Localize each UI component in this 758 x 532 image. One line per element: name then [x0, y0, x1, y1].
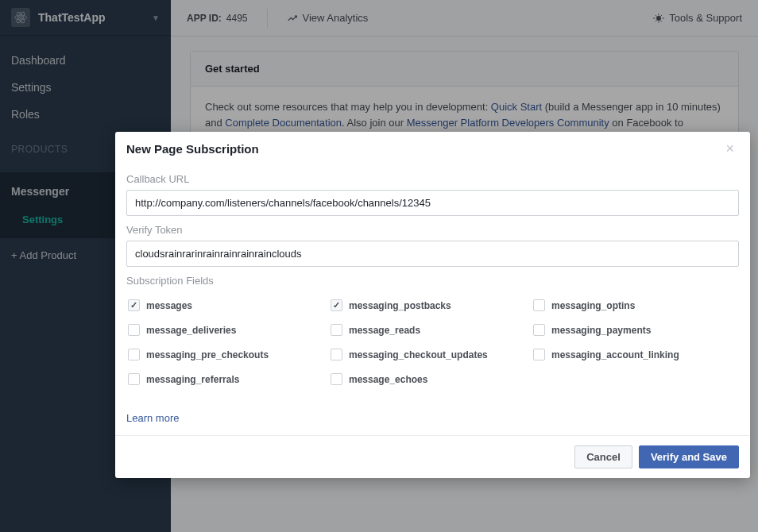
checkbox-label: messaging_referrals — [146, 374, 239, 385]
checkbox-label: messaging_account_linking — [551, 349, 679, 360]
checkbox-label: message_deliveries — [146, 325, 236, 336]
verify-token-label: Verify Token — [126, 224, 739, 236]
cancel-button[interactable]: Cancel — [574, 445, 632, 468]
checkbox-messaging_postbacks[interactable] — [331, 299, 342, 311]
modal-title: New Page Subscription — [126, 142, 721, 156]
subscription-fields-label: Subscription Fields — [126, 275, 739, 287]
checkbox-messaging_checkout_updates[interactable] — [331, 349, 342, 360]
checkbox-messages[interactable] — [128, 299, 140, 311]
callback-url-input[interactable] — [126, 190, 739, 216]
checkbox-item-message_deliveries: message_deliveries — [128, 324, 321, 336]
checkbox-label: messaging_postbacks — [349, 300, 451, 311]
checkbox-item-messaging_checkout_updates: messaging_checkout_updates — [331, 349, 524, 360]
checkbox-label: messaging_optins — [551, 300, 635, 311]
checkbox-item-messages: messages — [128, 299, 321, 311]
close-icon[interactable]: × — [721, 141, 739, 156]
subscription-modal: New Page Subscription × Callback URL Ver… — [115, 132, 750, 478]
checkbox-messaging_account_linking[interactable] — [533, 349, 545, 360]
checkbox-item-message_reads: message_reads — [331, 324, 524, 336]
learn-more-link[interactable]: Learn more — [126, 412, 179, 424]
verify-save-button[interactable]: Verify and Save — [639, 445, 739, 468]
checkbox-label: messaging_checkout_updates — [349, 349, 488, 360]
checkbox-label: messaging_payments — [551, 325, 651, 336]
checkbox-item-messaging_payments: messaging_payments — [533, 324, 726, 336]
checkbox-label: messages — [146, 300, 192, 311]
checkbox-messaging_referrals[interactable] — [128, 373, 140, 385]
checkbox-message_reads[interactable] — [331, 324, 342, 336]
checkbox-item-messaging_pre_checkouts: messaging_pre_checkouts — [128, 349, 321, 360]
checkbox-messaging_pre_checkouts[interactable] — [128, 349, 140, 360]
checkbox-item-messaging_referrals: messaging_referrals — [128, 373, 321, 385]
checkbox-label: message_echoes — [349, 374, 427, 385]
callback-url-label: Callback URL — [126, 173, 739, 185]
checkbox-item-messaging_postbacks: messaging_postbacks — [331, 299, 524, 311]
checkbox-item-message_echoes: message_echoes — [331, 373, 524, 385]
checkbox-messaging_optins[interactable] — [533, 299, 545, 311]
verify-token-input[interactable] — [126, 241, 739, 267]
checkbox-item-messaging_optins: messaging_optins — [533, 299, 726, 311]
checkbox-label: message_reads — [349, 325, 420, 336]
checkbox-messaging_payments[interactable] — [533, 324, 545, 336]
checkbox-label: messaging_pre_checkouts — [146, 349, 269, 360]
checkbox-item-messaging_account_linking: messaging_account_linking — [533, 349, 726, 360]
checkbox-message_echoes[interactable] — [331, 373, 342, 385]
checkbox-message_deliveries[interactable] — [128, 324, 140, 336]
